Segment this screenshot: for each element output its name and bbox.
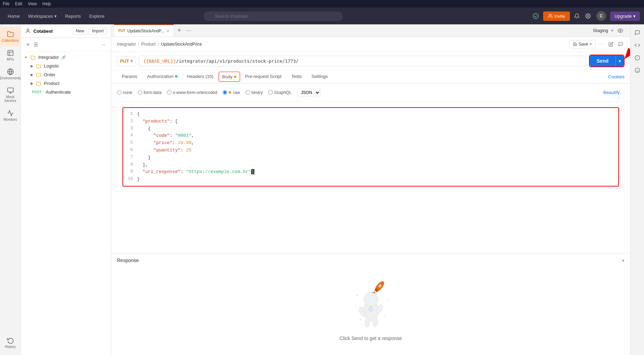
notification-icon-btn[interactable]	[573, 12, 581, 20]
radio-none[interactable]: none	[117, 90, 132, 95]
sidebar-item-monitors[interactable]: Monitors	[0, 106, 21, 125]
tab-headers[interactable]: Headers (10)	[182, 70, 218, 83]
svg-point-28	[360, 319, 361, 320]
import-button[interactable]: Import	[89, 27, 107, 35]
tree-logistic[interactable]: ▶ Logistic	[26, 62, 111, 70]
eye-icon-btn[interactable]	[616, 26, 625, 35]
content-area: PUT UpdateStockAndP... × + ··· Staging ▾…	[111, 24, 630, 355]
comment-btn[interactable]	[617, 40, 625, 48]
radio-form-data-input[interactable]	[138, 90, 142, 95]
svg-point-4	[578, 14, 579, 15]
save-btn[interactable]: Save ▾	[569, 40, 595, 48]
tab-update-stock[interactable]: PUT UpdateStockAndP... ×	[114, 24, 174, 37]
nav-explore[interactable]: Explore	[86, 11, 108, 21]
folder-icon	[36, 72, 41, 77]
cookies-link[interactable]: Cookies	[608, 74, 625, 79]
right-sidebar-comment-btn[interactable]	[632, 27, 643, 38]
settings-icon-btn[interactable]	[584, 12, 592, 20]
sidebar-item-environments[interactable]: Environments	[0, 65, 21, 84]
tab-tests[interactable]: Tests	[286, 70, 307, 83]
url-input[interactable]: {{BASE_URL}} /integrator/api/v1/products…	[139, 56, 586, 66]
tab-authorization[interactable]: Authorization	[142, 70, 182, 83]
send-btn-highlight: Send ▾	[589, 55, 625, 67]
send-button[interactable]: Send	[590, 55, 615, 66]
menu-edit[interactable]: Edit	[15, 1, 22, 6]
tree-authenticate[interactable]: POST Authenticate	[26, 88, 111, 96]
sidebar-item-mock[interactable]: Mock Servers	[0, 84, 21, 106]
menu-file[interactable]: File	[3, 1, 9, 6]
nav-home[interactable]: Home	[4, 11, 23, 21]
nav-workspaces[interactable]: Workspaces ▾	[25, 11, 60, 21]
invite-button[interactable]: Invite	[543, 11, 570, 21]
code-editor-box[interactable]: 1 { 2 "products": [ 3 {	[122, 107, 619, 187]
tab-body[interactable]: Body	[218, 72, 240, 82]
nav-reports[interactable]: Reports	[62, 11, 85, 21]
method-select[interactable]: PUT ▾	[117, 56, 136, 66]
tab-pre-request[interactable]: Pre-request Script	[240, 70, 286, 83]
radio-binary-input[interactable]	[246, 90, 250, 95]
tab-settings[interactable]: Settings	[307, 70, 333, 83]
sync-icon-btn[interactable]	[531, 11, 540, 21]
radio-urlencoded[interactable]: x-www-form-urlencoded	[167, 90, 217, 95]
breadcrumb-actions: Save ▾ ···	[569, 40, 625, 49]
person-icon	[25, 28, 31, 34]
radio-graphql[interactable]: GraphQL	[268, 90, 291, 95]
search-input[interactable]	[204, 11, 343, 21]
radio-urlencoded-input[interactable]	[167, 90, 172, 95]
send-dropdown-btn[interactable]: ▾	[615, 55, 624, 66]
breadcrumb-integrador: Integrador	[117, 42, 136, 47]
tab-params[interactable]: Params	[117, 70, 142, 83]
add-collection-btn[interactable]: +	[25, 40, 31, 49]
response-empty-text: Click Send to get a response	[340, 336, 402, 341]
radio-raw-input[interactable]	[223, 90, 227, 95]
avatar-btn[interactable]: C	[595, 10, 607, 22]
sidebar-item-collections[interactable]: Collections	[0, 27, 21, 46]
sidebar-item-apis[interactable]: APIs	[0, 46, 21, 65]
right-sidebar-cookie-btn[interactable]	[632, 65, 643, 76]
edit-btn[interactable]	[607, 40, 615, 48]
code-line-8: 8 ],	[123, 161, 618, 169]
request-tabs: Params Authorization Headers (10) Body P…	[111, 70, 630, 84]
upgrade-button[interactable]: Upgrade ▾	[610, 11, 640, 21]
sidebar-item-history[interactable]: History	[0, 333, 21, 352]
sidebar-icons: Collections APIs Environments Mock Serve…	[0, 24, 21, 355]
radio-none-input[interactable]	[117, 90, 121, 95]
search-bar	[204, 11, 343, 21]
tab-add-btn[interactable]: +	[174, 27, 185, 34]
tab-close-btn[interactable]: ×	[167, 28, 169, 34]
method-chevron: ▾	[130, 58, 133, 64]
comment-icon	[618, 42, 623, 47]
nav-left: Home Workspaces ▾ Reports Explore	[4, 11, 108, 21]
auth-dot	[175, 75, 177, 78]
url-path: /integrator/api/v1/products/stock-price/…	[176, 58, 299, 64]
more-actions-btn[interactable]: ···	[598, 40, 605, 49]
radio-graphql-input[interactable]	[268, 90, 273, 95]
menu-view[interactable]: View	[28, 1, 37, 6]
radio-form-data[interactable]: form-data	[138, 90, 161, 95]
beautify-link[interactable]: Beautify	[598, 86, 625, 98]
tab-more-btn[interactable]: ···	[184, 27, 193, 34]
more-options-btn[interactable]: ···	[100, 40, 107, 49]
history-icon	[7, 337, 14, 344]
chevron-icon: ▶	[31, 81, 35, 85]
nav-right: Invite C Upgrade ▾	[531, 10, 640, 22]
new-button[interactable]: New	[73, 27, 87, 35]
right-sidebar-code-btn[interactable]	[632, 40, 643, 51]
svg-point-22	[364, 317, 371, 328]
menu-help[interactable]: Help	[42, 1, 51, 6]
radio-raw[interactable]: raw	[223, 90, 240, 95]
format-select[interactable]: JSON	[297, 89, 320, 96]
svg-point-19	[366, 294, 376, 304]
send-btn-wrap: Send ▾	[590, 55, 624, 66]
chevron-down-icon: ▾	[633, 14, 636, 19]
filter-btn[interactable]: ☰	[32, 40, 40, 49]
folder-icon	[31, 55, 35, 60]
right-sidebar-info-btn[interactable]	[632, 52, 643, 63]
tree-order[interactable]: ▶ Order	[26, 70, 111, 79]
response-header[interactable]: Response ▾	[111, 253, 630, 267]
tree-integrador[interactable]: ▾ Integrador 🔗	[21, 53, 111, 62]
svg-point-33	[635, 68, 639, 72]
body-type-row: none form-data x-www-form-urlencoded raw	[111, 84, 630, 102]
tree-product[interactable]: ▶ Product	[26, 79, 111, 88]
radio-binary[interactable]: binary	[246, 90, 263, 95]
